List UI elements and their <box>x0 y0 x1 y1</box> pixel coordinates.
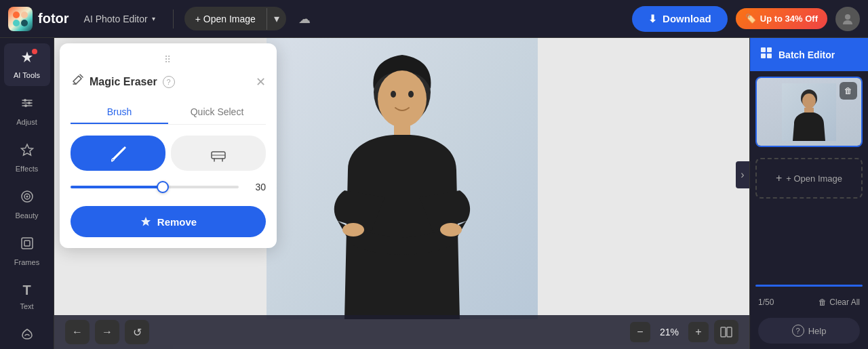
sidebar-item-beauty[interactable]: Beauty <box>4 182 50 226</box>
batch-editor-icon <box>760 46 773 63</box>
svg-point-21 <box>391 91 396 98</box>
ai-tools-icon <box>20 53 35 68</box>
logo[interactable]: fotor <box>8 7 69 31</box>
notification-dot <box>32 49 37 54</box>
user-avatar[interactable] <box>835 7 860 31</box>
sidebar-item-frames[interactable]: Frames <box>4 229 50 273</box>
promo-icon: 🏷️ <box>745 14 756 24</box>
add-image-plus-icon: + <box>776 172 782 184</box>
batch-count: 1/50 <box>758 297 774 307</box>
add-image-button[interactable]: + + Open Image <box>755 158 863 199</box>
zoom-level: 21% <box>656 327 683 337</box>
ai-editor-label: AI Photo Editor <box>84 14 148 24</box>
right-sidebar: Batch Editor 🗑 <box>749 38 868 349</box>
undo-button[interactable]: ← <box>65 320 90 344</box>
svg-point-22 <box>408 91 414 98</box>
right-sidebar-spacer <box>750 204 868 285</box>
reset-button[interactable]: ↺ <box>125 320 149 344</box>
slider-fill <box>71 186 163 188</box>
remove-label: Remove <box>157 216 197 228</box>
svg-rect-29 <box>767 47 772 52</box>
download-icon: ⬇ <box>648 13 657 25</box>
text-icon: T <box>22 283 31 298</box>
svg-point-4 <box>845 14 850 20</box>
svg-point-0 <box>13 12 20 18</box>
help-button[interactable]: ? Help <box>758 318 860 344</box>
batch-delete-button[interactable]: 🗑 <box>840 82 857 100</box>
effects-label: Effects <box>16 165 38 173</box>
sidebar-item-effects[interactable]: Effects <box>4 136 50 180</box>
main-area: AI Tools Adjust Effe <box>0 38 868 349</box>
open-image-label: + Open Image <box>195 14 256 24</box>
frames-label: Frames <box>14 258 39 266</box>
promo-label: Up to 34% Off <box>760 14 818 24</box>
left-sidebar: AI Tools Adjust Effe <box>0 38 54 349</box>
open-image-button[interactable]: + Open Image ▾ <box>184 7 286 30</box>
open-image-main[interactable]: + Open Image <box>184 8 267 30</box>
open-image-arrow[interactable]: ▾ <box>267 7 286 30</box>
sidebar-item-text[interactable]: T Text <box>4 276 50 317</box>
svg-rect-35 <box>804 108 814 113</box>
slider-thumb[interactable] <box>157 181 169 193</box>
elements-icon <box>20 327 35 345</box>
remove-button[interactable]: Remove <box>71 206 266 237</box>
svg-point-14 <box>26 196 28 198</box>
svg-point-2 <box>13 20 20 26</box>
beauty-icon <box>20 189 35 207</box>
cloud-button[interactable]: ☁ <box>294 7 315 30</box>
brush-tool-option[interactable] <box>71 136 165 171</box>
redo-button[interactable]: → <box>95 320 119 344</box>
tool-options <box>71 136 266 171</box>
clear-all-button[interactable]: 🗑 Clear All <box>818 297 860 307</box>
erase-tool-option[interactable] <box>171 136 266 171</box>
svg-point-34 <box>802 94 816 108</box>
zoom-control: − 21% + <box>630 320 738 344</box>
sidebar-item-ai-tools[interactable]: AI Tools <box>4 43 50 86</box>
svg-rect-27 <box>727 327 732 337</box>
slider-value: 30 <box>247 182 266 192</box>
zoom-in-button[interactable]: + <box>688 322 709 342</box>
canvas-bottom-bar: ← → ↺ − 21% + <box>54 315 749 349</box>
svg-point-9 <box>28 102 31 104</box>
beauty-label: Beauty <box>15 211 38 220</box>
panel-title-area: Magic Eraser ? <box>71 73 175 90</box>
slider-row: 30 <box>71 182 266 192</box>
panel-close-button[interactable]: ✕ <box>256 75 266 89</box>
tab-quick-select[interactable]: Quick Select <box>168 101 266 124</box>
svg-point-8 <box>24 99 26 102</box>
panel-tabs: Brush Quick Select <box>71 101 266 125</box>
canvas-person-image <box>267 38 538 319</box>
add-image-label: + Open Image <box>786 173 842 184</box>
svg-rect-26 <box>721 327 726 337</box>
help-circle-icon: ? <box>792 325 804 337</box>
download-button[interactable]: ⬇ Download <box>632 6 728 32</box>
brush-size-slider-track <box>71 186 239 188</box>
sidebar-item-adjust[interactable]: Adjust <box>4 89 50 133</box>
panel-help-button[interactable]: ? <box>163 76 175 88</box>
effects-icon <box>20 142 35 161</box>
sidebar-collapse-button[interactable]: › <box>736 161 749 188</box>
magic-eraser-panel: ⠿ Magic Eraser ? ✕ Brush <box>60 43 277 248</box>
zoom-out-button[interactable]: − <box>630 322 650 342</box>
svg-rect-28 <box>761 47 766 52</box>
tab-brush[interactable]: Brush <box>71 101 168 124</box>
logo-text: fotor <box>38 11 69 26</box>
frames-icon <box>20 236 35 254</box>
compare-button[interactable] <box>714 320 738 344</box>
logo-icon <box>8 7 33 31</box>
ai-editor-dropdown[interactable]: AI Photo Editor ▾ <box>77 9 162 28</box>
trash-icon: 🗑 <box>818 297 827 307</box>
svg-point-24 <box>342 223 364 237</box>
app-header: fotor AI Photo Editor ▾ + Open Image ▾ ☁… <box>0 0 868 38</box>
progress-bar <box>755 285 863 287</box>
panel-drag-handle[interactable]: ⠿ <box>71 54 266 65</box>
promo-button[interactable]: 🏷️ Up to 34% Off <box>736 8 827 29</box>
canvas-nav-controls: ← → ↺ <box>65 320 149 344</box>
batch-editor-header[interactable]: Batch Editor <box>750 38 868 71</box>
batch-image-card[interactable]: 🗑 <box>755 77 863 147</box>
svg-point-20 <box>378 70 427 127</box>
sidebar-item-elements[interactable]: Elements <box>4 320 50 349</box>
adjust-label: Adjust <box>16 118 37 126</box>
thumbnail-image <box>782 83 836 141</box>
sidebar-item-wrap-ai-tools: AI Tools <box>4 43 50 86</box>
